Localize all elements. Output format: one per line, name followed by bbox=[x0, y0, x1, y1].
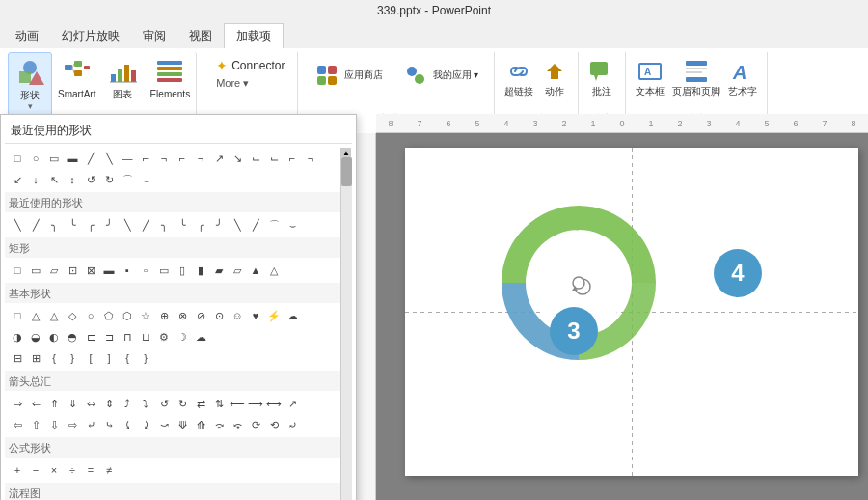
tab-animation[interactable]: 动画 bbox=[4, 23, 50, 48]
shape-item[interactable]: ⊐ bbox=[100, 328, 118, 346]
shape-item[interactable]: ⇔ bbox=[82, 395, 99, 412]
slide-canvas[interactable] bbox=[405, 148, 858, 476]
shape-item[interactable]: ╱ bbox=[27, 216, 44, 234]
scroll-thumb[interactable] bbox=[341, 157, 352, 186]
shape-item[interactable]: ⌙ bbox=[247, 150, 264, 167]
shape-item[interactable]: ☁ bbox=[284, 307, 301, 324]
wordart-button[interactable]: A 艺术字 bbox=[726, 56, 759, 100]
shape-item[interactable]: ↓ bbox=[27, 171, 44, 188]
shape-item[interactable]: ⇄ bbox=[192, 395, 209, 412]
shape-item[interactable]: ⇕ bbox=[100, 395, 118, 412]
shape-item[interactable]: ⊡ bbox=[64, 262, 81, 279]
shape-item[interactable]: ☺ bbox=[229, 307, 246, 324]
shape-item[interactable]: ╱ bbox=[82, 150, 99, 167]
panel-scrollbar-track[interactable]: ▲ ▼ bbox=[340, 148, 352, 500]
shape-item[interactable]: } bbox=[64, 349, 81, 367]
shape-item[interactable]: ¬ bbox=[192, 150, 209, 167]
shape-item[interactable]: ⌣ bbox=[137, 171, 154, 188]
scroll-track[interactable] bbox=[341, 157, 352, 500]
smartart-button[interactable]: SmartArt bbox=[52, 52, 101, 116]
shape-item[interactable]: ↖ bbox=[45, 171, 63, 188]
shape-item[interactable]: ⚡ bbox=[265, 307, 283, 324]
shape-item[interactable]: ↻ bbox=[100, 171, 118, 188]
tab-slideshow[interactable]: 幻灯片放映 bbox=[50, 23, 131, 48]
shape-item[interactable]: ⟶ bbox=[247, 395, 264, 412]
shape-item[interactable]: ⤽ bbox=[229, 416, 246, 433]
connector-button[interactable]: ✦ Connector bbox=[212, 56, 288, 75]
shape-item[interactable]: ⇐ bbox=[27, 395, 44, 412]
shape-item[interactable]: ╭ bbox=[192, 216, 209, 234]
chart-button[interactable]: 图表 bbox=[101, 52, 144, 116]
shape-item[interactable]: ⤾ bbox=[284, 416, 301, 433]
shape-item[interactable]: ╲ bbox=[9, 216, 26, 234]
shape-item[interactable]: □ bbox=[9, 307, 26, 324]
shape-item[interactable]: ╲ bbox=[229, 216, 246, 234]
appstore-button[interactable]: 应用商店 bbox=[306, 56, 391, 95]
shape-item[interactable]: ▭ bbox=[45, 150, 63, 167]
shape-item[interactable]: { bbox=[45, 349, 63, 367]
shape-item[interactable]: ⤻ bbox=[155, 416, 173, 433]
shape-item[interactable]: △ bbox=[27, 307, 44, 324]
shape-item[interactable]: ≠ bbox=[100, 461, 118, 479]
shape-item[interactable]: ↕ bbox=[64, 171, 81, 188]
shape-item[interactable]: ╭ bbox=[82, 216, 99, 234]
shape-item[interactable]: ↗ bbox=[210, 150, 228, 167]
shape-item[interactable]: ╯ bbox=[100, 216, 118, 234]
shape-item[interactable]: ⌐ bbox=[174, 150, 191, 167]
shape-item[interactable]: ◒ bbox=[27, 328, 44, 346]
shape-item[interactable]: ▭ bbox=[155, 262, 173, 279]
shape-item[interactable]: ⬡ bbox=[119, 307, 136, 324]
shape-item[interactable]: { bbox=[119, 349, 136, 367]
shape-item[interactable]: □ bbox=[9, 150, 26, 167]
shape-item[interactable]: ○ bbox=[82, 307, 99, 324]
shape-item[interactable]: + bbox=[9, 461, 26, 479]
shape-dropdown-arrow[interactable]: ▾ bbox=[28, 101, 33, 111]
shape-item[interactable]: □ bbox=[9, 262, 26, 279]
shape-item[interactable]: ◑ bbox=[9, 328, 26, 346]
shape-item[interactable]: ╱ bbox=[137, 216, 154, 234]
shape-item[interactable]: ⊗ bbox=[174, 307, 191, 324]
shape-item[interactable]: ▬ bbox=[100, 262, 118, 279]
shape-item[interactable]: ⊘ bbox=[192, 307, 209, 324]
shape-item[interactable]: ▬ bbox=[64, 150, 81, 167]
shape-item[interactable]: ☁ bbox=[192, 328, 209, 346]
shape-item[interactable]: ⌐ bbox=[137, 150, 154, 167]
shape-item[interactable]: ▭ bbox=[27, 262, 44, 279]
shape-item[interactable]: ⌙ bbox=[265, 150, 283, 167]
shape-item[interactable]: ⤴ bbox=[119, 395, 136, 412]
shape-item[interactable]: ▪ bbox=[119, 262, 136, 279]
shape-item[interactable]: ÷ bbox=[64, 461, 81, 479]
shape-item[interactable]: ⊕ bbox=[155, 307, 173, 324]
hyperlink-button[interactable]: 超链接 bbox=[502, 56, 535, 100]
shape-item[interactable]: ◓ bbox=[64, 328, 81, 346]
shape-item[interactable]: ╰ bbox=[174, 216, 191, 234]
shape-item[interactable]: ¬ bbox=[155, 150, 173, 167]
shape-item[interactable]: ⟲ bbox=[265, 416, 283, 433]
shape-item[interactable]: ↗ bbox=[284, 395, 301, 412]
shape-item[interactable]: ⤷ bbox=[100, 416, 118, 433]
comment-button[interactable]: 批注 bbox=[586, 56, 617, 100]
shape-item[interactable]: ☽ bbox=[174, 328, 191, 346]
textbox-button[interactable]: A 文本框 bbox=[634, 56, 666, 100]
shape-item[interactable]: △ bbox=[265, 262, 283, 279]
shape-item[interactable]: ⟷ bbox=[265, 395, 283, 412]
shape-item[interactable]: ⊏ bbox=[82, 328, 99, 346]
shape-item[interactable]: ⊟ bbox=[9, 349, 26, 367]
shape-item[interactable]: ⌒ bbox=[119, 171, 136, 188]
shape-item[interactable]: ⤸ bbox=[137, 416, 154, 433]
shape-item[interactable]: ⇓ bbox=[64, 395, 81, 412]
shape-item[interactable]: ☆ bbox=[137, 307, 154, 324]
shape-item[interactable]: ⟳ bbox=[247, 416, 264, 433]
tab-review[interactable]: 审阅 bbox=[131, 23, 177, 48]
shape-item[interactable]: } bbox=[137, 349, 154, 367]
elements-button[interactable]: Elements bbox=[144, 52, 197, 116]
shape-button[interactable]: 形状 ▾ bbox=[8, 52, 52, 116]
shape-item[interactable]: ▫ bbox=[137, 262, 154, 279]
shape-item[interactable]: ▯ bbox=[174, 262, 191, 279]
shape-item[interactable]: ○ bbox=[27, 150, 44, 167]
shape-item[interactable]: ⇑ bbox=[45, 395, 63, 412]
shape-item[interactable]: − bbox=[27, 461, 44, 479]
shape-item[interactable]: ╮ bbox=[155, 216, 173, 234]
shape-scroll[interactable]: □ ○ ▭ ▬ ╱ ╲ — ⌐ ¬ ⌐ ¬ ↗ ↘ ⌙ ⌙ ⌐ ¬ ↙ ↓ bbox=[5, 148, 340, 500]
shape-item[interactable]: ╰ bbox=[64, 216, 81, 234]
